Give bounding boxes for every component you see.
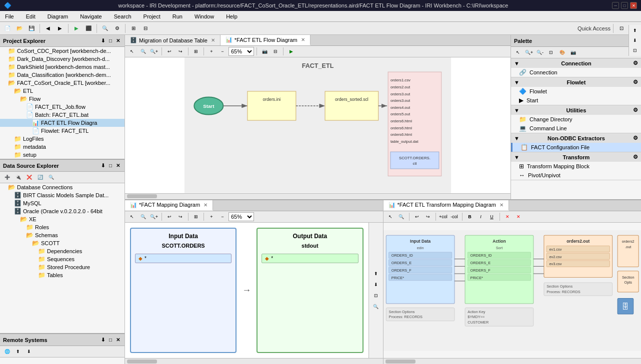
palette-section-settings-icon[interactable]: ⚙: [633, 135, 638, 141]
tet-italic-btn[interactable]: I: [476, 212, 486, 221]
et-zoomin-btn2[interactable]: +: [206, 47, 216, 56]
dse-maximize-btn[interactable]: □: [108, 162, 114, 169]
tree-item[interactable]: 📁 setup: [0, 151, 124, 159]
tab-close-icon[interactable]: ✕: [301, 37, 305, 42]
met-undo-btn[interactable]: ↩: [164, 212, 174, 221]
palette-item-fact-config[interactable]: 📋 FACT Configuration File: [511, 143, 641, 152]
met-redo-btn[interactable]: ↪: [176, 212, 186, 221]
palette-zoom-fit-btn[interactable]: ⊡: [546, 48, 556, 57]
dse-refresh-btn[interactable]: 🔄: [35, 173, 45, 182]
toolbar-back-btn[interactable]: ◀: [42, 23, 54, 33]
tet-x2-btn[interactable]: ✕: [514, 212, 524, 221]
met-layout-btn[interactable]: ⊞: [191, 212, 201, 221]
tree-item[interactable]: 📄 Flowlet: FACT_ETL: [0, 127, 124, 135]
tet-bold-btn[interactable]: B: [465, 212, 475, 221]
palette-zoom-in-btn[interactable]: 🔍+: [524, 48, 534, 57]
met-select-btn[interactable]: ↖: [127, 212, 137, 221]
pe-maximize-btn[interactable]: □: [108, 37, 114, 44]
dse-new-btn[interactable]: ➕: [2, 173, 12, 182]
zoom-select[interactable]: 65% 75% 100%: [228, 47, 254, 56]
tab-mapping[interactable]: 📊 *FACT Mapping Diagram ✕: [125, 200, 213, 211]
et-zoom-in-btn[interactable]: 🔍+: [149, 47, 159, 56]
palette-item-start[interactable]: ▶ Start: [511, 96, 641, 105]
tree-item-oracle[interactable]: 🗄️ Oracle (Oracle v.0.2.0.2.0 - 64bit: [0, 207, 124, 215]
tree-item-stored-proc[interactable]: 📁 Stored Procedure: [0, 263, 124, 271]
et-undo-btn[interactable]: ↩: [164, 47, 174, 56]
mapping-zoom-btn[interactable]: 🔍: [371, 302, 381, 311]
palette-scroll[interactable]: ▼ Connection ⚙ 🔗 Connection ▼: [511, 58, 641, 199]
met-zoom-in-btn2[interactable]: +: [206, 212, 216, 221]
mapping-h-scroll-thumb[interactable]: [127, 360, 157, 364]
rs-btn3[interactable]: ⬇: [24, 347, 34, 356]
tree-item-xe[interactable]: 📂 XE: [0, 215, 124, 223]
toolbar-layout-btn2[interactable]: ⊟: [140, 23, 151, 33]
toolbar-fwd-btn[interactable]: ▶: [54, 23, 66, 33]
tet-redo-btn[interactable]: ↪: [423, 212, 433, 221]
tree-item-diagram[interactable]: 📊 FACT ETL Flow Diagra: [0, 119, 124, 127]
minimize-button[interactable]: ─: [612, 2, 619, 9]
flow-canvas-area[interactable]: FACT_ETL Start orders.ini: [125, 57, 510, 193]
palette-camera-btn[interactable]: 📷: [568, 48, 578, 57]
et-select-btn[interactable]: ↖: [127, 47, 137, 56]
tree-item-db-connections[interactable]: 📂 Database Connections: [0, 183, 124, 191]
tree-item[interactable]: 📁 DarkShield [workbench-demos mast...: [0, 63, 124, 71]
tree-item[interactable]: 📁 metadata: [0, 143, 124, 151]
palette-section-settings-icon[interactable]: ⚙: [633, 79, 638, 85]
rs-maximize-btn[interactable]: □: [108, 337, 114, 343]
mapping-up-btn[interactable]: ⬆: [371, 269, 381, 278]
toolbar-run-btn[interactable]: ▶: [71, 23, 82, 33]
et-grid-btn[interactable]: ⊟: [270, 47, 280, 56]
toolbar-layout-btn1[interactable]: ⊞: [128, 23, 139, 33]
close-button[interactable]: ✕: [630, 2, 637, 9]
menu-project[interactable]: Project: [140, 12, 164, 20]
menu-run[interactable]: Run: [170, 12, 186, 20]
tet-add-col-btn[interactable]: +col: [438, 212, 448, 221]
met-zoom-out-btn[interactable]: −: [218, 212, 228, 221]
menu-navigate[interactable]: Navigate: [77, 12, 104, 20]
rs-btn2[interactable]: ⬆: [13, 347, 23, 356]
rs-close-btn[interactable]: ✕: [114, 337, 122, 343]
tree-item-deps[interactable]: 📁 Dependencies: [0, 247, 124, 255]
tab-transform[interactable]: 📊 *FACT ETL Transform Mapping Diagram ✕: [384, 200, 509, 211]
tab-flow-diagram[interactable]: 📊 *FACT ETL Flow Diagram ✕: [220, 35, 310, 45]
menu-file[interactable]: File: [2, 12, 17, 20]
tet-x-btn[interactable]: ✕: [502, 212, 512, 221]
tree-item-scott[interactable]: 📂 SCOTT: [0, 239, 124, 247]
mapping-zoom-select[interactable]: 65% 75% 100%: [228, 212, 254, 221]
toolbar-open-btn[interactable]: 📂: [14, 23, 25, 33]
transform-h-scroll-thumb[interactable]: [386, 360, 416, 364]
palette-item-connection[interactable]: 🔗 Connection: [511, 68, 641, 77]
tree-item[interactable]: 📂 ETL: [0, 87, 124, 95]
dse-disconnect-btn[interactable]: ❌: [24, 173, 34, 182]
palette-section-transform-header[interactable]: ▼ Transform ⚙: [511, 152, 641, 162]
tree-item-tables[interactable]: 📁 Tables: [0, 271, 124, 279]
tree-item[interactable]: 📂 FACT_CoSort_Oracle_ETL [workber...: [0, 79, 124, 87]
tree-item-seqs[interactable]: 📁 Sequences: [0, 255, 124, 263]
palette-section-settings-icon[interactable]: ⚙: [633, 107, 638, 113]
tree-item-roles[interactable]: 📁 Roles: [0, 223, 124, 231]
tet-del-col-btn[interactable]: -col: [450, 212, 460, 221]
tree-item[interactable]: 📄 FACT_ETL_Job.flow: [0, 103, 124, 111]
palette-item-cmd-line[interactable]: 💻 Command Line: [511, 124, 641, 133]
transform-h-scrollbar[interactable]: [384, 358, 642, 364]
palette-color-btn[interactable]: 🎨: [557, 48, 567, 57]
tab-migration[interactable]: 🗄️ Migration of Database Table ✕: [125, 35, 220, 45]
tree-item[interactable]: 📁 Dark_Data_Discovery [workbench-d...: [0, 55, 124, 63]
menu-help[interactable]: Help: [223, 12, 240, 20]
tab-close-icon[interactable]: ✕: [211, 37, 215, 43]
menu-diagram[interactable]: Diagram: [44, 12, 72, 20]
met-zoom-btn[interactable]: 🔍: [138, 212, 148, 221]
tet-underline-btn[interactable]: U: [487, 212, 497, 221]
tet-undo-btn[interactable]: ↩: [412, 212, 422, 221]
palette-section-connection-header[interactable]: ▼ Connection ⚙: [511, 58, 641, 68]
menu-search[interactable]: Search: [111, 12, 134, 20]
et-zoomout-btn[interactable]: −: [218, 47, 228, 56]
dse-close-btn[interactable]: ✕: [114, 162, 122, 169]
palette-section-extractors-header[interactable]: ▼ Non-ODBC Extractors ⚙: [511, 133, 641, 143]
tet-zoom-btn[interactable]: 🔍: [396, 212, 406, 221]
palette-section-utilities-header[interactable]: ▼ Utilities ⚙: [511, 105, 641, 115]
dse-collapse-btn[interactable]: ⬇: [100, 162, 106, 169]
palette-item-flowlet[interactable]: 🔷 Flowlet: [511, 87, 641, 96]
mapping-h-scrollbar[interactable]: [125, 358, 383, 364]
et-layout-btn[interactable]: ⊞: [191, 47, 201, 56]
